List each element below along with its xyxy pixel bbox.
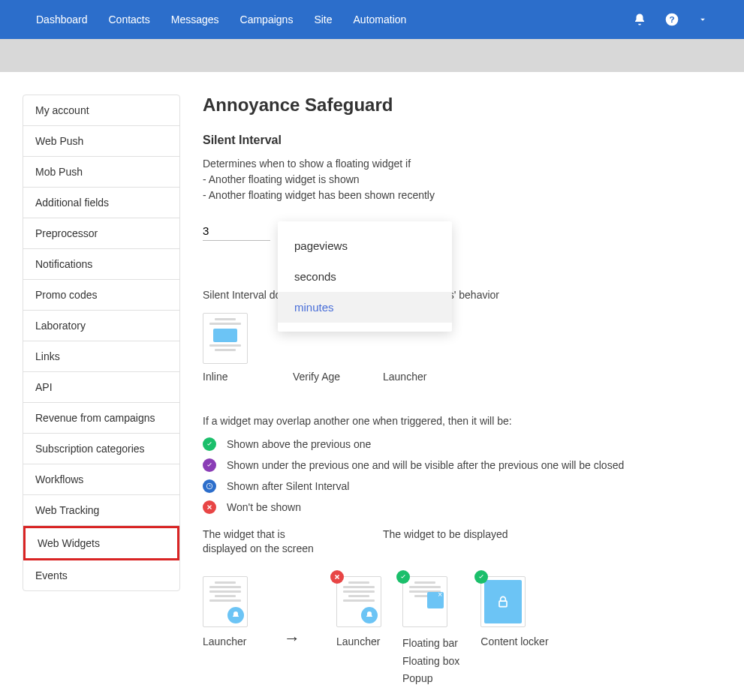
sidebar-item-api[interactable]: API [23, 372, 179, 403]
widget-label: Launcher [383, 370, 426, 385]
bell-icon [227, 607, 244, 623]
desc-line: - Another floating widget has been shown… [203, 188, 721, 203]
bell-icon[interactable] [633, 13, 646, 26]
overlap-list: Shown above the previous one Shown under… [203, 437, 721, 514]
desc-line: - Another floating widget is shown [203, 172, 721, 188]
compare-right-content-locker: Content locker [480, 576, 548, 650]
svg-text:?: ? [669, 14, 674, 24]
nav-dashboard[interactable]: Dashboard [36, 14, 88, 26]
account-chevron-icon[interactable] [697, 14, 708, 25]
section-description: Determines when to show a floating widge… [203, 156, 721, 203]
widget-thumb-inline [203, 313, 248, 364]
desc-line: Determines when to show a floating widge… [203, 156, 721, 172]
sidebar-item-links[interactable]: Links [23, 341, 179, 372]
top-nav-right: ? [633, 12, 708, 27]
compare-headers: The widget that is displayed on the scre… [203, 527, 721, 563]
dropdown-option-pageviews[interactable]: pageviews [278, 230, 452, 261]
sidebar: My account Web Push Mob Push Additional … [23, 95, 180, 591]
overlap-rule: Shown above the previous one [203, 437, 721, 451]
nav-site[interactable]: Site [314, 14, 332, 26]
sidebar-item-revenue[interactable]: Revenue from campaigns [23, 403, 179, 434]
top-nav: Dashboard Contacts Messages Campaigns Si… [0, 0, 744, 39]
page-title: Annoyance Safeguard [203, 95, 721, 116]
sidebar-item-web-push[interactable]: Web Push [23, 126, 179, 157]
interval-row: minutes pageviews seconds minutes [203, 221, 721, 241]
compare-right-launcher: Launcher [336, 576, 381, 650]
widget-inline: Inline [203, 313, 269, 385]
compare-left-launcher: Launcher [203, 576, 248, 650]
clock-icon [203, 479, 216, 493]
widget-label-multi: Floating bar Floating box Popup [402, 635, 459, 688]
check-icon [203, 437, 216, 451]
dropdown-option-minutes[interactable]: minutes [278, 292, 452, 323]
overlap-rule-text: Shown under the previous one and will be… [227, 459, 624, 471]
sidebar-item-mob-push[interactable]: Mob Push [23, 157, 179, 188]
close-icon [330, 570, 344, 584]
help-icon[interactable]: ? [664, 12, 679, 27]
lock-icon [484, 580, 522, 623]
overlap-rule-text: Shown after Silent Interval [227, 480, 349, 492]
sidebar-item-additional-fields[interactable]: Additional fields [23, 188, 179, 218]
overlap-rule: Shown under the previous one and will be… [203, 458, 721, 472]
bell-icon [361, 607, 378, 623]
nav-contacts[interactable]: Contacts [109, 14, 150, 26]
top-nav-items: Dashboard Contacts Messages Campaigns Si… [36, 14, 406, 26]
sidebar-item-web-tracking[interactable]: Web Tracking [23, 495, 179, 526]
sidebar-item-events[interactable]: Events [23, 560, 179, 590]
arrow-right-icon: → [284, 615, 300, 648]
widget-thumb-floating [402, 576, 447, 627]
main-content: Annoyance Safeguard Silent Interval Dete… [203, 95, 721, 688]
widget-thumb-launcher [336, 576, 381, 627]
compare-header-right: The widget to be displayed [383, 527, 508, 557]
interval-input[interactable] [203, 221, 270, 241]
compare-header-left: The widget that is displayed on the scre… [203, 527, 323, 557]
sidebar-item-my-account[interactable]: My account [23, 95, 179, 126]
check-icon [203, 458, 216, 472]
overlap-rule: Shown after Silent Interval [203, 479, 721, 493]
overlap-rule: Won't be shown [203, 500, 721, 514]
sub-bar [0, 39, 744, 72]
interval-unit-dropdown: pageviews seconds minutes [278, 221, 452, 332]
widget-thumb-launcher [203, 576, 248, 627]
widget-thumb-content-locker [480, 576, 526, 627]
close-icon [203, 500, 216, 514]
widget-label: Content locker [480, 635, 548, 650]
overlap-rule-text: Shown above the previous one [227, 438, 371, 450]
overlap-rule-text: Won't be shown [227, 501, 301, 513]
sidebar-item-subscription-categories[interactable]: Subscription categories [23, 434, 179, 464]
sidebar-item-laboratory[interactable]: Laboratory [23, 311, 179, 341]
widget-label: Launcher [203, 635, 248, 650]
compare-row: Launcher → Launcher [203, 576, 721, 688]
nav-campaigns[interactable]: Campaigns [240, 14, 294, 26]
sidebar-item-notifications[interactable]: Notifications [23, 249, 179, 280]
check-icon [474, 570, 488, 584]
widget-label: Launcher [336, 635, 381, 650]
nav-messages[interactable]: Messages [171, 14, 219, 26]
sidebar-item-promo-codes[interactable]: Promo codes [23, 280, 179, 311]
dropdown-option-seconds[interactable]: seconds [278, 261, 452, 292]
sidebar-item-web-widgets[interactable]: Web Widgets [23, 526, 179, 560]
svg-rect-3 [499, 601, 507, 607]
nav-automation[interactable]: Automation [354, 14, 407, 26]
overlap-intro: If a widget may overlap another one when… [203, 415, 721, 427]
sidebar-item-workflows[interactable]: Workflows [23, 464, 179, 495]
sidebar-item-preprocessor[interactable]: Preprocessor [23, 218, 179, 249]
widget-label: Verify Age [293, 370, 340, 385]
compare-right-floating: Floating bar Floating box Popup [402, 576, 459, 688]
widget-label: Inline [203, 370, 227, 385]
check-icon [396, 570, 410, 584]
section-title: Silent Interval [203, 134, 721, 147]
